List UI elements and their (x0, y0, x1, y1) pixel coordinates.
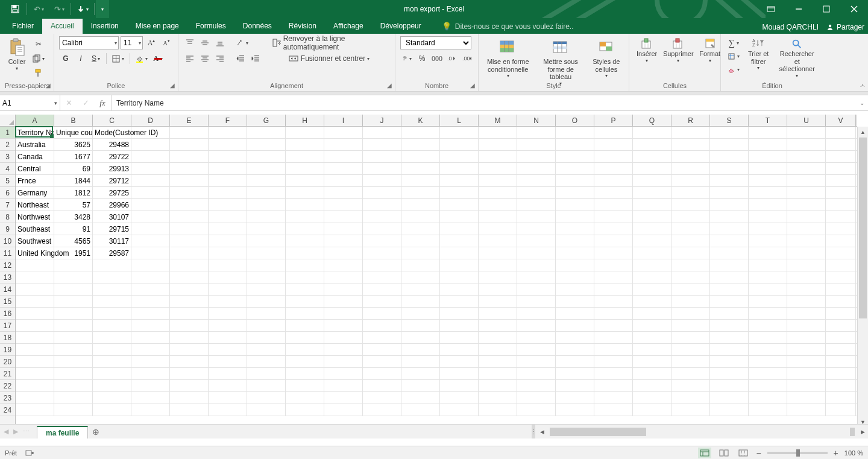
cell[interactable] (633, 151, 671, 162)
column-header[interactable]: J (363, 115, 401, 126)
cell[interactable] (440, 151, 479, 162)
column-header[interactable]: A (16, 115, 54, 126)
cell[interactable] (286, 199, 324, 211)
insert-function-icon[interactable]: fx (94, 98, 111, 108)
cell[interactable] (440, 127, 479, 138)
cell[interactable]: Southeast (16, 223, 54, 235)
tab-donnees[interactable]: Données (234, 19, 280, 34)
cell[interactable] (710, 271, 749, 283)
cell[interactable] (247, 368, 286, 379)
cell[interactable] (170, 259, 209, 271)
column-header[interactable]: Q (633, 115, 671, 126)
orientation-icon[interactable] (234, 36, 250, 49)
cell[interactable] (556, 332, 594, 343)
cell[interactable] (286, 392, 324, 404)
scroll-up-icon[interactable]: ▲ (858, 127, 868, 138)
cell[interactable] (710, 283, 749, 295)
cell[interactable] (787, 199, 826, 211)
sheet-tab[interactable]: ma feuille (37, 426, 88, 438)
cell[interactable] (479, 320, 517, 331)
cell[interactable] (363, 175, 401, 186)
column-header[interactable]: C (93, 115, 131, 126)
cell[interactable] (401, 296, 440, 307)
number-dialog-launcher[interactable]: ◢ (468, 81, 477, 89)
cell[interactable] (209, 283, 247, 295)
cell[interactable] (749, 235, 787, 247)
cell[interactable] (401, 175, 440, 186)
cell[interactable] (479, 127, 517, 138)
cell[interactable] (401, 344, 440, 355)
cell[interactable] (401, 392, 440, 404)
cell[interactable] (401, 320, 440, 331)
cell[interactable] (479, 404, 517, 416)
scroll-right-icon[interactable]: ▶ (857, 429, 868, 435)
cell[interactable] (286, 151, 324, 162)
cell[interactable] (54, 404, 93, 416)
column-header[interactable]: S (710, 115, 749, 126)
cell[interactable] (826, 127, 856, 138)
fill-color-icon[interactable] (134, 52, 149, 65)
row-header[interactable]: 9 (0, 223, 15, 235)
cell[interactable] (324, 235, 363, 247)
format-painter-icon[interactable] (31, 66, 46, 80)
cell[interactable] (247, 235, 286, 247)
cell[interactable] (787, 127, 826, 138)
cell[interactable] (633, 271, 671, 283)
cell[interactable] (131, 223, 170, 235)
cell[interactable] (749, 187, 787, 198)
cell[interactable] (594, 139, 633, 150)
cell[interactable]: United Kingdom (16, 247, 54, 259)
cell[interactable] (247, 151, 286, 162)
cell[interactable] (556, 368, 594, 379)
cell[interactable] (247, 259, 286, 271)
cell[interactable] (170, 380, 209, 391)
font-color-icon[interactable]: A (151, 52, 165, 65)
cell[interactable]: 3428 (54, 211, 93, 223)
cell[interactable] (517, 296, 556, 307)
cell[interactable] (131, 296, 170, 307)
cell[interactable] (324, 392, 363, 404)
cell[interactable] (594, 247, 633, 259)
cell[interactable] (247, 296, 286, 307)
cell[interactable]: Australia (16, 139, 54, 150)
cell[interactable] (749, 271, 787, 283)
cell[interactable] (787, 247, 826, 259)
cell[interactable] (363, 320, 401, 331)
grow-font-icon[interactable]: A▴ (145, 36, 158, 49)
cell[interactable] (93, 344, 131, 355)
align-top-icon[interactable] (183, 36, 197, 49)
cell[interactable] (363, 199, 401, 211)
cell[interactable] (556, 187, 594, 198)
cell[interactable]: 1812 (54, 187, 93, 198)
cell[interactable] (16, 332, 54, 343)
cell[interactable] (826, 368, 856, 379)
cell[interactable] (479, 163, 517, 174)
cell[interactable] (286, 187, 324, 198)
cell[interactable] (749, 139, 787, 150)
cell[interactable] (710, 308, 749, 319)
cell[interactable] (16, 320, 54, 331)
column-header[interactable]: D (131, 115, 170, 126)
horizontal-scroll-thumb[interactable] (550, 428, 646, 436)
format-as-table-button[interactable]: Mettre sous forme de tableau▾ (534, 36, 587, 86)
cell[interactable] (710, 187, 749, 198)
column-header[interactable]: F (209, 115, 247, 126)
tab-mise-en-page[interactable]: Mise en page (127, 19, 187, 34)
cell[interactable] (16, 356, 54, 367)
name-box[interactable]: A1 ▾ (0, 95, 60, 110)
cell[interactable] (16, 344, 54, 355)
cell[interactable] (787, 392, 826, 404)
cell[interactable] (826, 283, 856, 295)
cell[interactable] (401, 259, 440, 271)
font-name-combo[interactable]: Calibri▾ (59, 36, 119, 49)
share-button[interactable]: Partager (826, 23, 864, 31)
align-center-icon[interactable] (198, 52, 212, 65)
cell[interactable] (517, 332, 556, 343)
cell[interactable] (479, 139, 517, 150)
cell[interactable] (209, 199, 247, 211)
cell[interactable] (209, 368, 247, 379)
cell[interactable] (440, 380, 479, 391)
cell[interactable] (363, 259, 401, 271)
cell[interactable] (286, 259, 324, 271)
cell[interactable] (54, 271, 93, 283)
